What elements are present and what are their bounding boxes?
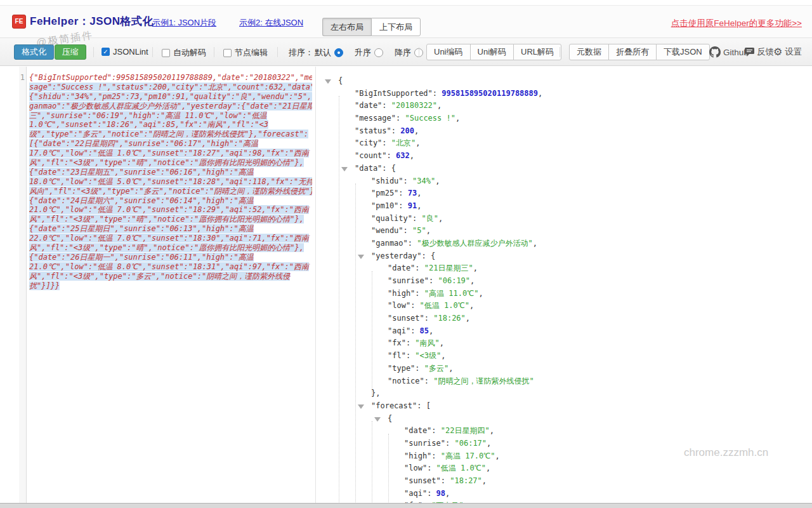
json-punct: : <box>445 439 454 448</box>
json-string: "34%" <box>412 177 435 185</box>
raw-json-line[interactable]: ganmao":"极少数敏感人群应减少户外活动","yesterday":{"d… <box>29 102 312 111</box>
raw-json-line[interactable]: 21.0℃","low":"低温 7.0℃","sunset":"18:29",… <box>29 205 312 215</box>
collapse-toggle-icon[interactable] <box>358 404 364 409</box>
radio-label: 默认 <box>315 47 331 58</box>
json-punct: , <box>533 239 537 248</box>
raw-json-line[interactable]: 22.0℃","low":"低温 7.0℃","sunset":"18:30",… <box>29 234 312 243</box>
raw-json-line[interactable]: {"date":"25日星期日","sunrise":"06:13","high… <box>29 224 312 234</box>
json-key: "status" <box>355 126 391 135</box>
tree-row: "low": "低温 1.0℃", <box>317 462 812 475</box>
json-punct: : <box>431 426 440 435</box>
sort-asc-radio[interactable]: 升序 <box>355 47 383 58</box>
feedback-label: 反馈 <box>757 46 774 58</box>
checkbox-checked-icon[interactable] <box>102 48 110 56</box>
json-number: 98 <box>436 489 445 498</box>
json-punct: : <box>410 301 419 310</box>
window-horizontal-scrollbar[interactable] <box>0 503 812 508</box>
raw-json-line[interactable]: 17.0℃","low":"低温 1.0℃","sunset":"18:27",… <box>29 149 312 158</box>
raw-json-line[interactable]: 风向","fl":"<3级","type":"多云","notice":"阴晴之… <box>29 187 312 196</box>
tree-row: "date": "22日星期四", <box>317 425 812 438</box>
json-string: "北京" <box>391 138 416 147</box>
tree-row: { <box>317 413 812 425</box>
meta-button-group: 元数据 折叠所有 下载JSON <box>569 44 710 60</box>
raw-json-line[interactable]: 风","fl":"<3级","type":"多云","notice":"阴晴之间… <box>29 272 312 281</box>
raw-json-line[interactable]: {"BigIntSupported":995815895020119788889… <box>29 73 312 83</box>
uni-encode-button[interactable]: Uni编码 <box>426 44 471 60</box>
json-key: "aqi" <box>404 489 427 498</box>
json-key: "sunset" <box>404 476 441 485</box>
raw-json-line[interactable]: sage":"Success !","status":200,"city":"北… <box>29 83 312 92</box>
json-punct: , <box>470 276 475 285</box>
tree-row: "aqi": 85, <box>317 325 812 338</box>
layout-vertical-button[interactable]: 上下布局 <box>371 18 421 36</box>
feedback-icon <box>745 48 754 57</box>
example2-link[interactable]: 示例2: 在线JSON <box>239 17 303 29</box>
json-punct: : <box>433 89 442 98</box>
tree-row: "low": "低温 1.0℃", <box>317 300 812 312</box>
checkbox-unchecked-icon[interactable] <box>162 49 170 57</box>
sort-options: 排序： 默认 升序 降序 <box>289 47 435 58</box>
raw-json-line[interactable]: 风","fl":"<3级","type":"晴","notice":"愿你拥有比… <box>29 215 312 224</box>
json-punct: , <box>487 439 491 448</box>
raw-json-editor[interactable]: 1 {"BigIntSupported":9958158950201197888… <box>19 67 316 504</box>
json-punct: , <box>490 426 494 435</box>
json-key: "forecast" <box>371 401 417 410</box>
collapse-toggle-icon[interactable] <box>341 167 348 171</box>
tree-row: "message": "Success !", <box>317 112 812 125</box>
settings-label: 设置 <box>785 46 802 58</box>
raw-json-line[interactable]: [{"date":"22日星期四","sunrise":"06:17","hig… <box>29 139 312 149</box>
tree-row: { <box>317 75 812 88</box>
raw-json-line[interactable]: 18.0℃","low":"低温 5.0℃","sunset":"18:28",… <box>29 177 312 187</box>
feedback-link[interactable]: 反馈 <box>745 46 774 58</box>
raw-json-line[interactable]: 级","type":"多云","notice":"阴晴之间，谨防紫外线侵扰"},… <box>29 130 312 139</box>
json-key: "low" <box>388 301 410 310</box>
url-decode-button[interactable]: URL解码 <box>513 44 561 60</box>
collapse-toggle-icon[interactable] <box>325 79 331 84</box>
json-punct: : <box>382 101 391 110</box>
tree-row: "pm10": 91, <box>317 200 812 213</box>
tree-row: "notice": "阴晴之间，谨防紫外线侵扰" <box>317 375 812 388</box>
radio-selected-icon[interactable] <box>334 48 343 57</box>
raw-json-line[interactable]: {"shidu":"34%","pm25":73,"pm10":91,"qual… <box>29 92 312 102</box>
raw-json-line[interactable]: 扰"}]}} <box>29 281 312 291</box>
collapse-all-button[interactable]: 折叠所有 <box>608 44 657 60</box>
github-link[interactable]: Github <box>709 46 749 58</box>
json-string: "<3级" <box>415 351 441 360</box>
json-string: "22日星期四" <box>441 426 490 435</box>
json-punct: , <box>429 326 433 335</box>
collapse-toggle-icon[interactable] <box>358 255 364 259</box>
collapse-toggle-icon[interactable] <box>374 417 381 422</box>
raw-json-lines[interactable]: {"BigIntSupported":995815895020119788889… <box>29 73 312 290</box>
json-key: "city" <box>355 138 382 147</box>
raw-json-line[interactable]: 1.0℃","sunset":"18:26","aqi":85,"fx":"南风… <box>29 120 312 130</box>
raw-json-line[interactable]: 三","sunrise":"06:19","high":"高温 11.0℃","… <box>29 111 312 121</box>
layout-horizontal-button[interactable]: 左右布局 <box>322 18 371 36</box>
example1-link[interactable]: 示例1: JSON片段 <box>152 17 216 29</box>
metadata-button[interactable]: 元数据 <box>569 44 609 60</box>
json-number: 200 <box>400 126 414 135</box>
settings-link[interactable]: ⚙ 设置 <box>773 46 802 58</box>
raw-json-line[interactable]: {"date":"24日星期六","sunrise":"06:14","high… <box>29 196 312 206</box>
json-string: "5" <box>412 226 426 235</box>
json-key: "date" <box>388 264 415 272</box>
json-punct: : <box>382 138 391 147</box>
raw-json-line[interactable]: 风","fl":"<3级","type":"晴","notice":"愿你拥有比… <box>29 158 312 168</box>
json-punct: , <box>466 314 470 323</box>
json-punct: : <box>403 226 412 235</box>
toolbar-divider <box>277 47 278 57</box>
sort-default-radio[interactable]: 默认 <box>315 47 343 58</box>
node-edit-checkbox[interactable]: 节点编辑 <box>223 47 268 58</box>
json-punct: , <box>478 289 483 298</box>
uni-decode-button[interactable]: Uni解码 <box>470 44 514 60</box>
raw-json-line[interactable]: {"date":"26日星期一","sunrise":"06:11","high… <box>29 253 312 262</box>
more-features-link[interactable]: 点击使用原FeHelper的更多功能>> <box>671 18 802 29</box>
jsonlint-checkbox[interactable]: JSONLint <box>102 47 148 57</box>
checkbox-unchecked-icon[interactable] <box>223 49 232 57</box>
raw-json-line[interactable]: 风","fl":"<3级","type":"晴","notice":"愿你拥有比… <box>29 243 312 253</box>
raw-json-line[interactable]: 21.0℃","low":"低温 8.0℃","sunset":"18:31",… <box>29 262 312 272</box>
download-json-button[interactable]: 下载JSON <box>656 44 710 60</box>
radio-unselected-icon[interactable] <box>374 48 383 57</box>
auto-decode-checkbox[interactable]: 自动解码 <box>162 47 206 58</box>
json-string: "18:26" <box>433 314 466 323</box>
raw-json-line[interactable]: {"date":"23日星期五","sunrise":"06:16","high… <box>29 168 312 177</box>
